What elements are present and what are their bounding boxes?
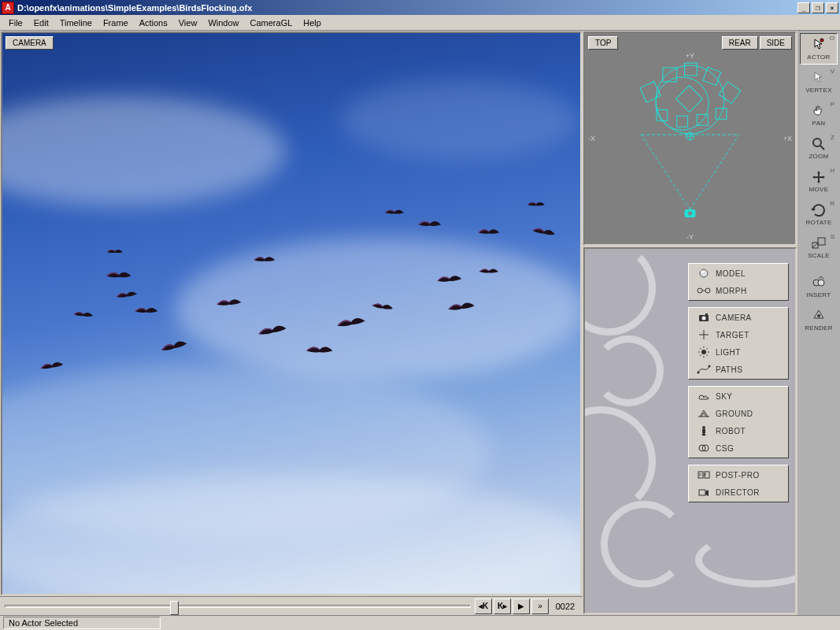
director-icon xyxy=(695,486,712,498)
pan-tool[interactable]: PPAN xyxy=(800,99,838,131)
render-tool[interactable]: RENDER xyxy=(800,304,838,335)
sky-icon xyxy=(695,390,712,402)
svg-point-17 xyxy=(698,288,702,293)
menu-frame[interactable]: Frame xyxy=(98,17,134,29)
menu-actions[interactable]: Actions xyxy=(134,17,173,29)
properties-panel: MODELMORPHCAMERATARGETLIGHTPATHSSKYGROUN… xyxy=(583,247,797,614)
menubar: File Edit Timeline Frame Actions View Wi… xyxy=(0,15,840,31)
vertex-tool-icon xyxy=(810,70,827,86)
camera-icon xyxy=(695,311,712,324)
actor-tool[interactable]: OACTOR xyxy=(800,33,838,65)
ortho-wireframe xyxy=(585,33,795,244)
target-button[interactable]: TARGET xyxy=(690,326,787,343)
statusbar: No Actor Selected xyxy=(0,615,840,630)
zoom-tool-icon xyxy=(810,136,827,152)
move-tool-icon xyxy=(810,169,827,185)
status-text: No Actor Selected xyxy=(3,617,161,629)
actor-tool-icon xyxy=(810,37,827,53)
ground-icon xyxy=(695,407,712,420)
paths-icon xyxy=(695,363,712,376)
rotate-tool[interactable]: RROTATE xyxy=(800,198,838,230)
svg-point-22 xyxy=(701,350,706,354)
robot-icon xyxy=(695,424,712,437)
ortho-viewport[interactable]: TOP REAR SIDE +Y -Y -X +X xyxy=(583,32,797,246)
light-icon xyxy=(695,346,712,358)
render-tool-icon xyxy=(810,308,827,324)
svg-rect-11 xyxy=(697,114,708,125)
menu-view[interactable]: View xyxy=(173,17,203,29)
timeline-thumb[interactable] xyxy=(170,601,179,615)
frame-counter: 0022 xyxy=(550,600,581,613)
menu-help[interactable]: Help xyxy=(298,17,327,29)
insert-tool[interactable]: INSERT xyxy=(800,271,838,302)
menu-file[interactable]: File xyxy=(3,17,28,29)
svg-point-23 xyxy=(698,372,700,374)
scale-tool-icon xyxy=(810,235,827,251)
zoom-tool[interactable]: ZZOOM xyxy=(800,132,838,164)
svg-point-39 xyxy=(817,314,820,317)
svg-rect-7 xyxy=(703,67,721,85)
svg-rect-36 xyxy=(818,238,825,245)
play-button[interactable]: ▶ xyxy=(513,598,530,614)
menu-timeline[interactable]: Timeline xyxy=(54,17,98,29)
robot-button[interactable]: ROBOT xyxy=(690,422,787,439)
svg-point-38 xyxy=(818,280,824,286)
camera-viewport[interactable]: CAMERA xyxy=(1,32,582,595)
svg-rect-4 xyxy=(640,82,661,102)
morph-button[interactable]: MORPH xyxy=(690,282,787,299)
svg-rect-21 xyxy=(705,313,708,315)
svg-point-1 xyxy=(688,211,693,216)
svg-rect-8 xyxy=(719,82,741,104)
svg-rect-32 xyxy=(699,490,705,495)
svg-point-24 xyxy=(709,365,711,368)
goto-end-button[interactable]: K▸ xyxy=(494,598,511,614)
close-button[interactable]: ✕ xyxy=(826,2,838,13)
insert-tool-icon xyxy=(810,275,827,291)
model-button[interactable]: MODEL xyxy=(690,265,787,282)
viewport-label[interactable]: CAMERA xyxy=(6,36,54,50)
svg-point-18 xyxy=(705,288,710,293)
svg-point-16 xyxy=(701,271,704,273)
svg-rect-5 xyxy=(663,68,677,82)
menu-cameragl[interactable]: CameraGL xyxy=(245,17,298,29)
sphere-icon xyxy=(695,267,712,280)
tool-strip: OACTORVVERTEXPPANZZOOMHMOVERROTATESSCALE… xyxy=(797,31,840,615)
svg-text:P-P: P-P xyxy=(699,472,707,477)
move-tool[interactable]: HMOVE xyxy=(800,165,838,197)
svg-rect-13 xyxy=(676,86,703,113)
csg-button[interactable]: CSG xyxy=(690,439,787,457)
postpro-button[interactable]: P-PPOST-PRO xyxy=(690,466,787,484)
svg-point-34 xyxy=(813,139,821,146)
director-button[interactable]: DIRECTOR xyxy=(690,484,787,501)
light-button[interactable]: LIGHT xyxy=(690,343,787,361)
app-icon: A xyxy=(2,2,14,14)
ground-button[interactable]: GROUND xyxy=(690,405,787,422)
rotate-tool-icon xyxy=(810,202,827,218)
csg-icon xyxy=(695,442,712,454)
svg-point-25 xyxy=(702,426,705,429)
target-icon xyxy=(695,328,712,341)
goto-start-button[interactable]: ◂K xyxy=(475,598,492,614)
fastforward-button[interactable]: » xyxy=(531,598,549,614)
svg-rect-6 xyxy=(685,63,698,76)
titlebar: A D:\openfx\animations\SimpleExamples\Bi… xyxy=(0,0,840,15)
window-title: D:\openfx\animations\SimpleExamples\Bird… xyxy=(17,3,796,13)
pan-tool-icon xyxy=(810,103,827,119)
menu-window[interactable]: Window xyxy=(202,17,244,29)
postpro-icon: P-P xyxy=(695,469,712,481)
maximize-button[interactable]: ❐ xyxy=(812,2,824,13)
sky-button[interactable]: SKY xyxy=(690,387,787,405)
svg-point-15 xyxy=(700,269,708,277)
scale-tool[interactable]: SSCALE xyxy=(800,232,838,263)
menu-edit[interactable]: Edit xyxy=(28,17,54,29)
camera-button[interactable]: CAMERA xyxy=(690,309,787,326)
vertex-tool[interactable]: VVERTEX xyxy=(800,66,838,98)
minimize-button[interactable]: _ xyxy=(797,2,810,13)
svg-point-33 xyxy=(820,39,823,42)
svg-point-20 xyxy=(702,317,706,321)
svg-point-3 xyxy=(656,77,709,130)
timeline-slider[interactable] xyxy=(5,599,471,613)
paths-button[interactable]: PATHS xyxy=(690,361,787,378)
sky-render xyxy=(2,33,580,594)
morph-icon xyxy=(695,284,712,297)
